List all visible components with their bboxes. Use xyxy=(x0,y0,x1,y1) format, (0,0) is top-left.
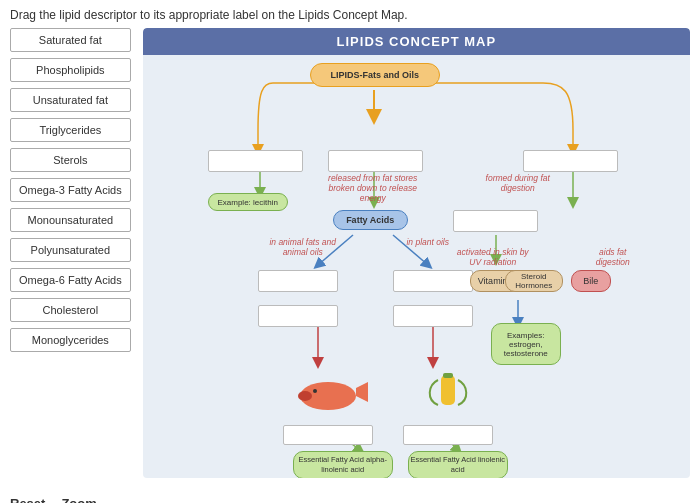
drop-box-saturated[interactable] xyxy=(258,305,338,327)
drop-box-omega3-source[interactable] xyxy=(283,425,373,445)
essential-fatty-acid-2: Essential Fatty Acid linolenic acid xyxy=(408,451,508,478)
examples-estrogen-node: Examples: estrogen, testosterone xyxy=(491,323,561,365)
map-title: LIPIDS CONCEPT MAP xyxy=(143,28,690,55)
svg-point-14 xyxy=(298,391,312,401)
essential-fatty-acid-1: Essential Fatty Acid alpha-linolenic aci… xyxy=(293,451,393,478)
svg-marker-13 xyxy=(356,382,368,402)
concept-map: LIPIDS CONCEPT MAP xyxy=(143,28,690,478)
svg-point-15 xyxy=(313,389,317,393)
drag-item-triglycerides[interactable]: Triglycerides xyxy=(10,118,131,142)
drag-item-sterols[interactable]: Sterols xyxy=(10,148,131,172)
drag-item-cholesterol[interactable]: Cholesterol xyxy=(10,298,131,322)
bile-node: Bile xyxy=(571,270,611,292)
drop-box-plant[interactable] xyxy=(393,270,473,292)
corn-icon xyxy=(423,365,473,420)
drag-item-omega6[interactable]: Omega-6 Fatty Acids xyxy=(10,268,131,292)
drop-box-sterol-branch[interactable] xyxy=(453,210,538,232)
label-formed: formed during fat digestion xyxy=(473,173,563,193)
drag-item-omega3[interactable]: Omega-3 Fatty Acids xyxy=(10,178,131,202)
drag-item-monoglycerides[interactable]: Monoglycerides xyxy=(10,328,131,352)
drag-item-monounsaturated[interactable]: Monounsaturated xyxy=(10,208,131,232)
svg-rect-17 xyxy=(443,373,453,378)
label-animal: in animal fats and animal oils xyxy=(263,237,343,257)
reset-button[interactable]: Reset xyxy=(10,496,45,503)
drag-item-phospholipids[interactable]: Phospholipids xyxy=(10,58,131,82)
salmon-icon xyxy=(293,368,368,418)
map-content: LIPIDS-Fats and Oils released from fat s… xyxy=(143,55,690,475)
drag-item-unsaturated-fat[interactable]: Unsaturated fat xyxy=(10,88,131,112)
drag-item-polyunsaturated[interactable]: Polyunsaturated xyxy=(10,238,131,262)
drop-box-triglycerides[interactable] xyxy=(328,150,423,172)
sidebar: Saturated fat Phospholipids Unsaturated … xyxy=(10,28,131,478)
footer-bar: Reset Zoom xyxy=(0,488,700,503)
drop-box-sterols[interactable] xyxy=(523,150,618,172)
drop-box-omega6-source[interactable] xyxy=(403,425,493,445)
label-released: released from fat stores broken down to … xyxy=(318,173,428,204)
lecithin-node: Example: lecithin xyxy=(208,193,288,211)
lipids-top-node: LIPIDS-Fats and Oils xyxy=(310,63,440,87)
steroid-hormones-node: Steroid Hormones xyxy=(505,270,563,292)
zoom-button[interactable]: Zoom xyxy=(61,496,96,503)
drop-box-unsaturated[interactable] xyxy=(393,305,473,327)
label-plant: in plant oils xyxy=(398,237,458,247)
label-uv: activated in skin by UV radiation xyxy=(453,247,533,267)
instruction-text: Drag the lipid descriptor to its appropr… xyxy=(0,0,700,28)
svg-rect-16 xyxy=(441,375,455,405)
label-aids: aids fat digestion xyxy=(583,247,643,267)
drag-item-saturated-fat[interactable]: Saturated fat xyxy=(10,28,131,52)
drop-box-animal[interactable] xyxy=(258,270,338,292)
drop-box-phospholipids[interactable] xyxy=(208,150,303,172)
fatty-acids-node: Fatty Acids xyxy=(333,210,408,230)
